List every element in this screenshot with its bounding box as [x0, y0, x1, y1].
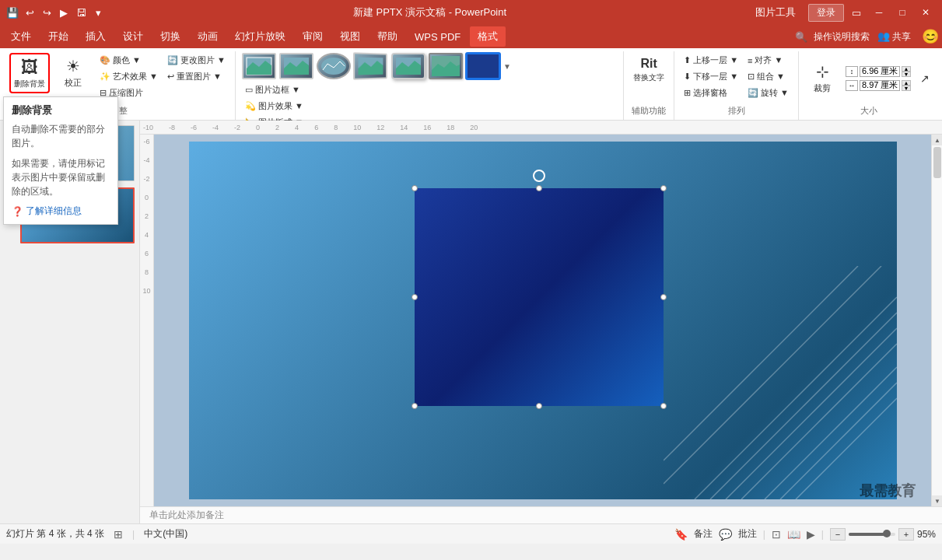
normal-view-icon[interactable]: ⊡: [772, 528, 781, 541]
scroll-track[interactable]: [932, 145, 942, 495]
handle-br[interactable]: [660, 403, 667, 409]
move-up-button[interactable]: ⬆ 上移一层 ▼: [681, 53, 741, 68]
zoom-slider[interactable]: [849, 533, 895, 536]
comment-label[interactable]: 批注: [738, 527, 757, 541]
move-down-button[interactable]: ⬇ 下移一层 ▼: [681, 69, 741, 84]
width-up[interactable]: ▲: [902, 80, 911, 86]
menu-help[interactable]: 帮助: [369, 26, 405, 47]
handle-bl[interactable]: [411, 403, 418, 409]
rotate-button[interactable]: 🔄 旋转 ▼: [744, 86, 792, 100]
style-thumb-1[interactable]: [242, 53, 276, 79]
bookmark-icon[interactable]: 🔖: [674, 528, 688, 541]
rotate-handle[interactable]: [533, 170, 545, 182]
menu-file[interactable]: 文件: [3, 26, 39, 47]
search-label[interactable]: 操作说明搜索: [814, 30, 870, 44]
style-more-button[interactable]: ▼: [503, 62, 511, 71]
alt-text-button[interactable]: Rit 替换文字: [630, 53, 667, 87]
pic-border-button[interactable]: ▭ 图片边框 ▼: [242, 82, 306, 97]
redo-icon[interactable]: ↪: [40, 6, 53, 19]
height-input[interactable]: [860, 66, 900, 77]
handle-mr[interactable]: [660, 294, 667, 300]
scroll-thumb[interactable]: [933, 147, 941, 178]
handle-tl[interactable]: [411, 185, 418, 191]
color-button[interactable]: 🎨 颜色 ▼: [96, 53, 161, 68]
maximize-button[interactable]: □: [892, 5, 912, 20]
menu-animations[interactable]: 动画: [190, 26, 226, 47]
menu-format[interactable]: 格式: [470, 26, 506, 47]
right-scrollbar[interactable]: ▲ ▼: [931, 135, 942, 506]
zoom-out-button[interactable]: −: [830, 528, 846, 541]
style-thumb-6[interactable]: [429, 53, 463, 79]
zoom-percent[interactable]: 95%: [917, 529, 936, 540]
height-spinner[interactable]: ▲ ▼: [902, 66, 911, 77]
menu-transitions[interactable]: 切换: [152, 26, 188, 47]
height-up[interactable]: ▲: [902, 66, 911, 72]
select-pane-button[interactable]: ⊞ 选择窗格: [681, 86, 741, 100]
style-thumb-7[interactable]: [466, 53, 500, 79]
pic-effect-button[interactable]: 💫 图片效果 ▼: [242, 99, 306, 114]
change-pic-label: 更改图片 ▼: [180, 54, 226, 66]
change-pic-button[interactable]: 🔄 更改图片 ▼: [164, 53, 229, 68]
bookmark-label[interactable]: 备注: [694, 527, 713, 541]
handle-tr[interactable]: [660, 185, 667, 191]
width-input[interactable]: [860, 80, 900, 91]
smiley-icon[interactable]: 😊: [922, 28, 939, 45]
menu-view[interactable]: 视图: [332, 26, 368, 47]
selected-image[interactable]: [415, 188, 664, 406]
remove-background-button[interactable]: 🖼 删除背景: [9, 53, 50, 93]
present-icon[interactable]: ▶: [58, 6, 70, 19]
menu-review[interactable]: 审阅: [295, 26, 331, 47]
svg-line-9: [765, 367, 897, 499]
slide-setup-icon[interactable]: ⊞: [114, 528, 123, 541]
share-label[interactable]: 👥 共享: [877, 30, 911, 44]
style-thumb-4[interactable]: [353, 52, 387, 80]
learn-more-link[interactable]: ❓ 了解详细信息: [12, 205, 110, 218]
undo-icon[interactable]: ↩: [23, 6, 36, 19]
handle-ml[interactable]: [411, 294, 418, 300]
comment-icon[interactable]: 💬: [719, 528, 732, 541]
collapse-icon[interactable]: ▭: [850, 6, 863, 19]
height-down[interactable]: ▼: [902, 72, 911, 77]
arrange-group-label: 排列: [681, 105, 792, 118]
group-button[interactable]: ⊡ 组合 ▼: [744, 69, 792, 84]
canvas-area: 最需教育: [154, 135, 931, 506]
note-bar[interactable]: 单击此处添加备注: [140, 506, 942, 523]
menu-wpspdf[interactable]: WPS PDF: [407, 28, 468, 46]
expand-size-button[interactable]: ↗: [917, 71, 933, 86]
learn-more-label: 了解详细信息: [26, 205, 82, 218]
reset-pic-button[interactable]: ↩ 重置图片 ▼: [164, 69, 229, 84]
minimize-button[interactable]: ─: [869, 5, 889, 20]
scroll-up-arrow[interactable]: ▲: [932, 135, 942, 145]
reading-view-icon[interactable]: 📖: [787, 528, 800, 541]
login-button[interactable]: 登录: [808, 4, 844, 22]
status-bar: 幻灯片 第 4 张，共 4 张 ⊞ | 中文(中国) 🔖 备注 💬 批注 | ⊡…: [0, 523, 942, 544]
more-icon[interactable]: ▾: [92, 6, 104, 19]
crop-button[interactable]: ⊹ 裁剪: [805, 59, 839, 97]
diagonal-decoration: [664, 266, 897, 499]
menu-insert[interactable]: 插入: [78, 26, 114, 47]
zoom-in-button[interactable]: +: [898, 528, 914, 541]
ribbon-group-size: ⊹ 裁剪 ↕ ▲ ▼ ↔: [799, 51, 939, 120]
width-spinner[interactable]: ▲ ▼: [902, 80, 911, 91]
slideshow-icon[interactable]: ▶: [807, 528, 815, 541]
width-down[interactable]: ▼: [902, 86, 911, 91]
style-thumb-5[interactable]: [391, 53, 425, 79]
reset-pic-label: 重置图片 ▼: [177, 71, 222, 82]
menu-slideshow[interactable]: 幻灯片放映: [227, 26, 293, 47]
menu-design[interactable]: 设计: [115, 26, 151, 47]
close-button[interactable]: ✕: [916, 5, 936, 20]
save-icon[interactable]: 💾: [6, 6, 19, 19]
style-thumb-3[interactable]: [317, 53, 351, 79]
handle-tm[interactable]: [536, 185, 542, 191]
ribbon-group-arrange: ⬆ 上移一层 ▼ ⬇ 下移一层 ▼ ⊞ 选择窗格: [674, 51, 799, 120]
correction-button[interactable]: ☀ 校正: [53, 53, 93, 93]
save2-icon[interactable]: 🖫: [75, 6, 87, 19]
alt-text-icon: Rit: [640, 57, 657, 71]
style-thumb-2[interactable]: [279, 53, 313, 79]
align-button[interactable]: ≡ 对齐 ▼: [744, 53, 792, 68]
art-effect-button[interactable]: ✨ 艺术效果 ▼: [96, 69, 161, 84]
handle-bm[interactable]: [536, 403, 542, 409]
scroll-down-arrow[interactable]: ▼: [932, 495, 942, 506]
menu-home[interactable]: 开始: [40, 26, 76, 47]
pic-effect-icon: 💫: [245, 101, 256, 111]
